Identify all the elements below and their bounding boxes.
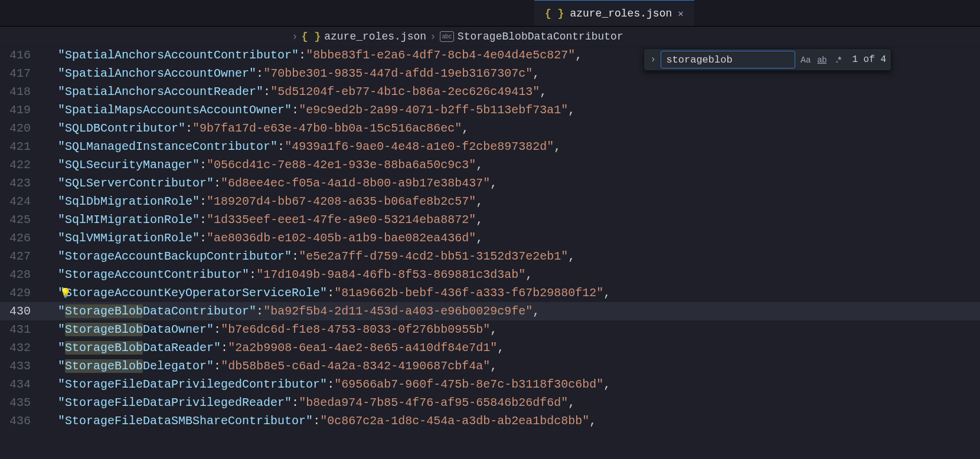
line-number: 420 bbox=[0, 122, 44, 135]
line-number: 417 bbox=[0, 67, 44, 80]
json-icon: { } bbox=[302, 31, 321, 42]
match-whole-word-toggle[interactable]: ab bbox=[815, 53, 828, 66]
code-line[interactable]: 435 "StorageFileDataPrivilegedReader":"b… bbox=[0, 394, 980, 412]
code-line[interactable]: 420 "SQLDBContributor":"9b7fa17d-e63e-47… bbox=[0, 119, 980, 137]
line-number: 424 bbox=[0, 195, 44, 208]
code-content[interactable]: "SpatialAnchorsAccountContributor":"8bbe… bbox=[44, 48, 582, 62]
code-line[interactable]: 418 "SpatialAnchorsAccountReader":"5d512… bbox=[0, 83, 980, 101]
line-number: 430 bbox=[0, 304, 44, 318]
search-count: 1 of 4 bbox=[852, 54, 886, 65]
code-content[interactable]: "StorageAccountBackupContributor":"e5e2a… bbox=[44, 250, 575, 263]
code-line[interactable]: 422 "SQLSecurityManager":"056cd41c-7e88-… bbox=[0, 156, 980, 174]
code-content[interactable]: "StorageBlobDataContributor":"ba92f5b4-2… bbox=[44, 304, 540, 318]
code-content[interactable]: "SqlVMMigrationRole":"ae8036db-e102-405b… bbox=[44, 231, 483, 245]
line-number: 427 bbox=[0, 250, 44, 263]
code-line[interactable]: 425 "SqlMIMigrationRole":"1d335eef-eee1-… bbox=[0, 211, 980, 229]
line-number: 429 bbox=[0, 286, 44, 300]
line-number: 421 bbox=[0, 140, 44, 153]
code-content[interactable]: "SQLDBContributor":"9b7fa17d-e63e-47b0-b… bbox=[44, 122, 469, 135]
line-number: 433 bbox=[0, 359, 44, 373]
json-icon: { } bbox=[545, 8, 564, 19]
breadcrumb[interactable]: › { } azure_roles.json › abc StorageBlob… bbox=[0, 27, 980, 47]
line-number: 422 bbox=[0, 158, 44, 172]
code-content[interactable]: "SpatialAnchorsAccountOwner":"70bbe301-9… bbox=[44, 67, 540, 80]
line-number: 416 bbox=[0, 48, 44, 62]
breadcrumb-symbol[interactable]: StorageBlobDataContributor bbox=[458, 31, 623, 42]
code-line[interactable]: 423 "SQLServerContributor":"6d8ee4ec-f05… bbox=[0, 174, 980, 192]
line-number: 419 bbox=[0, 103, 44, 117]
code-content[interactable]: "StorageBlobDataOwner":"b7e6dc6d-f1e8-47… bbox=[44, 323, 497, 336]
code-line[interactable]: 424 "SqlDbMigrationRole":"189207d4-bb67-… bbox=[0, 192, 980, 211]
close-icon[interactable]: ✕ bbox=[678, 8, 684, 19]
regex-toggle[interactable]: .* bbox=[832, 53, 845, 66]
chevron-right-icon[interactable]: › bbox=[649, 54, 657, 65]
code-content[interactable]: "StorageBlobDataReader":"2a2b9908-6ea1-4… bbox=[44, 341, 504, 355]
line-number: 428 bbox=[0, 268, 44, 281]
code-line[interactable]: 436 "StorageFileDataSMBShareContributor"… bbox=[0, 412, 980, 430]
code-line[interactable]: 432 "StorageBlobDataReader":"2a2b9908-6e… bbox=[0, 339, 980, 357]
code-content[interactable]: "StorageBlobDelegator":"db58b8e5-c6ad-4a… bbox=[44, 359, 497, 373]
chevron-right-icon: › bbox=[430, 31, 436, 42]
line-number: 434 bbox=[0, 378, 44, 391]
breadcrumb-file[interactable]: azure_roles.json bbox=[324, 31, 426, 42]
tab-filename: azure_roles.json bbox=[570, 8, 672, 19]
code-content[interactable]: "SQLManagedInstanceContributor":"4939a1f… bbox=[44, 140, 561, 153]
tab-azure-roles[interactable]: { } azure_roles.json ✕ bbox=[534, 0, 694, 26]
find-widget: › Aa ab .* 1 of 4 bbox=[643, 48, 891, 71]
line-number: 426 bbox=[0, 231, 44, 245]
string-icon: abc bbox=[440, 31, 454, 42]
code-line[interactable]: 427 "StorageAccountBackupContributor":"e… bbox=[0, 247, 980, 265]
code-line[interactable]: 430 "StorageBlobDataContributor":"ba92f5… bbox=[0, 302, 980, 320]
editor[interactable]: 416 "SpatialAnchorsAccountContributor":"… bbox=[0, 46, 980, 459]
line-number: 418 bbox=[0, 85, 44, 99]
line-number: 423 bbox=[0, 176, 44, 190]
code-line[interactable]: 419 "SpatialMapsAccountsAccountOwner":"e… bbox=[0, 101, 980, 119]
code-content[interactable]: "SQLServerContributor":"6d8ee4ec-f05a-4a… bbox=[44, 176, 497, 190]
code-content[interactable]: "StorageFileDataPrivilegedReader":"b8eda… bbox=[44, 396, 575, 409]
code-line[interactable]: 428 "StorageAccountContributor":"17d1049… bbox=[0, 265, 980, 284]
line-number: 432 bbox=[0, 341, 44, 355]
code-content[interactable]: "StorageAccountKeyOperatorServiceRole":"… bbox=[44, 286, 610, 300]
code-content[interactable]: "StorageAccountContributor":"17d1049b-9a… bbox=[44, 268, 533, 281]
tab-spacer bbox=[0, 0, 534, 26]
code-content[interactable]: "StorageFileDataPrivilegedContributor":"… bbox=[44, 378, 610, 391]
code-line[interactable]: 433 "StorageBlobDelegator":"db58b8e5-c6a… bbox=[0, 357, 980, 375]
code-line[interactable]: 434 "StorageFileDataPrivilegedContributo… bbox=[0, 375, 980, 394]
code-content[interactable]: "SqlMIMigrationRole":"1d335eef-eee1-47fe… bbox=[44, 213, 483, 227]
code-content[interactable]: "SpatialMapsAccountsAccountOwner":"e9c9e… bbox=[44, 103, 575, 117]
tab-bar: { } azure_roles.json ✕ bbox=[0, 0, 980, 27]
lightbulb-icon[interactable]: 💡 bbox=[60, 284, 71, 302]
chevron-right-icon: › bbox=[292, 31, 298, 42]
code-content[interactable]: "SQLSecurityManager":"056cd41c-7e88-42e1… bbox=[44, 158, 483, 172]
search-input[interactable] bbox=[661, 51, 795, 68]
line-number: 425 bbox=[0, 213, 44, 227]
line-number: 436 bbox=[0, 414, 44, 428]
line-number: 435 bbox=[0, 396, 44, 409]
code-content[interactable]: "SqlDbMigrationRole":"189207d4-bb67-4208… bbox=[44, 195, 483, 208]
code-content[interactable]: "SpatialAnchorsAccountReader":"5d51204f-… bbox=[44, 85, 547, 99]
line-number: 431 bbox=[0, 323, 44, 336]
match-case-toggle[interactable]: Aa bbox=[799, 53, 812, 66]
code-line[interactable]: 429 "StorageAccountKeyOperatorServiceRol… bbox=[0, 284, 980, 302]
code-line[interactable]: 421 "SQLManagedInstanceContributor":"493… bbox=[0, 137, 980, 156]
code-content[interactable]: "StorageFileDataSMBShareContributor":"0c… bbox=[44, 414, 596, 428]
code-line[interactable]: 426 "SqlVMMigrationRole":"ae8036db-e102-… bbox=[0, 229, 980, 247]
code-line[interactable]: 431 "StorageBlobDataOwner":"b7e6dc6d-f1e… bbox=[0, 320, 980, 339]
